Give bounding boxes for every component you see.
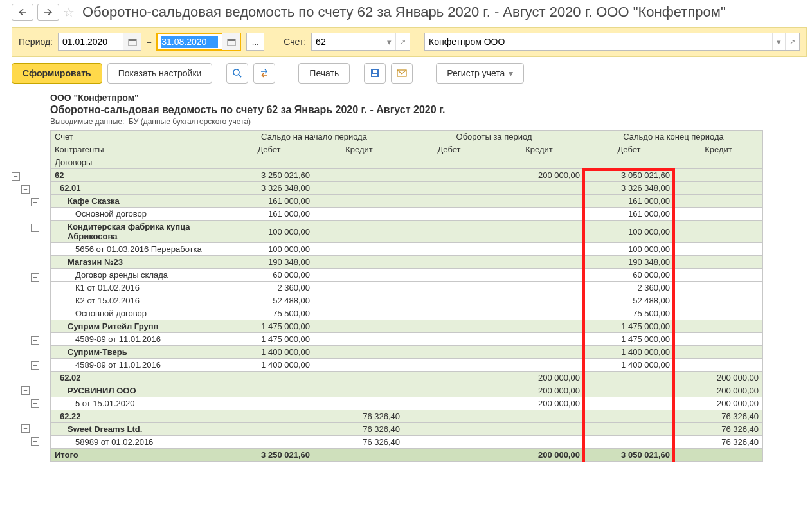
replace-button[interactable]: [253, 63, 275, 84]
date-to-input[interactable]: [158, 33, 222, 50]
save-button[interactable]: [364, 63, 386, 84]
table-row[interactable]: 62.2276 326,4076 326,40: [51, 410, 763, 423]
period-picker-button[interactable]: ...: [246, 33, 264, 51]
cell: [404, 410, 494, 423]
svg-rect-7: [372, 74, 377, 76]
find-button[interactable]: [226, 63, 248, 84]
cell: [404, 384, 494, 397]
date-from-input[interactable]: [59, 33, 123, 50]
collapse-toggle[interactable]: −: [31, 273, 39, 282]
cell: 3 250 021,60: [224, 169, 314, 182]
cell: [674, 333, 763, 346]
table-row[interactable]: 62.013 326 348,003 326 348,00: [51, 182, 763, 195]
cell: [584, 423, 674, 436]
table-row[interactable]: Кондитерская фабрика купца Абрикосова100…: [51, 221, 763, 243]
cell: 2 360,00: [584, 282, 674, 294]
table-row[interactable]: 4589-89 от 11.01.20161 475 000,001 475 0…: [51, 333, 763, 346]
table-row[interactable]: 5 от 15.01.2020200 000,00200 000,00: [51, 397, 763, 410]
hdr-contracts: Договоры: [51, 156, 224, 169]
table-row[interactable]: 62.02200 000,00200 000,00: [51, 372, 763, 384]
report-title: Оборотно-сальдовая ведомость по счету 62…: [50, 104, 807, 116]
titlebar: ☆ Оборотно-сальдовая ведомость по счету …: [0, 0, 812, 24]
table-row[interactable]: 623 250 021,60200 000,003 050 021,60: [51, 169, 763, 182]
date-from-calendar-button[interactable]: [123, 33, 141, 50]
cell: 3 050 021,60: [584, 449, 674, 462]
row-label: 62.01: [51, 182, 224, 195]
table-row[interactable]: Суприм Ритейл Групп1 475 000,001 475 000…: [51, 320, 763, 333]
cell: [674, 195, 763, 208]
date-to-calendar-button[interactable]: [222, 33, 240, 50]
page-title: Оборотно-сальдовая ведомость по счету 62…: [82, 4, 726, 21]
table-row[interactable]: К1 от 01.02.20162 360,002 360,00: [51, 282, 763, 294]
cell: [314, 359, 404, 372]
cell: [404, 449, 494, 462]
table-row[interactable]: Магазин №23190 348,00190 348,00: [51, 256, 763, 269]
table-row[interactable]: Основной договор75 500,0075 500,00: [51, 307, 763, 320]
table-row[interactable]: Sweet Dreams Ltd.76 326,4076 326,40: [51, 423, 763, 436]
calendar-icon: [227, 37, 236, 46]
table-row[interactable]: Итого3 250 021,60200 000,003 050 021,60: [51, 449, 763, 462]
collapse-toggle[interactable]: −: [31, 399, 39, 408]
account-select[interactable]: ▾ ↗: [311, 33, 410, 51]
chevron-down-icon[interactable]: ▾: [383, 33, 395, 50]
table-row[interactable]: Договор аренды склада60 000,0060 000,00: [51, 269, 763, 282]
collapse-toggle[interactable]: −: [21, 185, 30, 194]
cell: 100 000,00: [224, 243, 314, 256]
hdr-counterparty: Контрагенты: [51, 143, 224, 156]
print-button[interactable]: Печать: [298, 63, 350, 84]
date-from-box[interactable]: [58, 33, 141, 51]
cell: [494, 294, 584, 307]
cell: [404, 282, 494, 294]
generate-button[interactable]: Сформировать: [12, 63, 102, 84]
account-input[interactable]: [312, 33, 383, 50]
collapse-toggle[interactable]: −: [31, 437, 39, 446]
collapse-toggle[interactable]: −: [31, 336, 39, 345]
cell: 200 000,00: [674, 397, 763, 410]
table-row[interactable]: 58989 от 01.02.201676 326,4076 326,40: [51, 436, 763, 449]
collapse-toggle[interactable]: −: [31, 224, 39, 232]
chevron-down-icon[interactable]: ▾: [772, 33, 785, 50]
collapse-toggle[interactable]: −: [31, 198, 39, 206]
row-label: Кафе Сказка: [51, 195, 224, 208]
table-row[interactable]: Кафе Сказка161 000,00161 000,00: [51, 195, 763, 208]
cell: [494, 423, 584, 436]
collapse-toggle[interactable]: −: [21, 386, 30, 395]
cell: [584, 397, 674, 410]
org-input[interactable]: [425, 33, 772, 50]
back-button[interactable]: [12, 4, 33, 21]
cell: [674, 169, 763, 182]
cell: 1 400 000,00: [224, 346, 314, 359]
cell: 200 000,00: [674, 372, 763, 384]
show-settings-button[interactable]: Показать настройки: [107, 63, 213, 84]
table-row[interactable]: 5656 от 01.03.2016 Переработка100 000,00…: [51, 243, 763, 256]
open-external-icon[interactable]: ↗: [785, 33, 799, 50]
star-icon[interactable]: ☆: [63, 4, 75, 20]
cell: 161 000,00: [224, 195, 314, 208]
row-label: Основной договор: [51, 307, 224, 320]
collapse-toggle[interactable]: −: [31, 361, 39, 370]
table-row[interactable]: К2 от 15.02.201652 488,0052 488,00: [51, 294, 763, 307]
cell: [404, 208, 494, 221]
org-select[interactable]: ▾ ↗: [424, 33, 800, 51]
open-external-icon[interactable]: ↗: [395, 33, 410, 50]
report: ООО "Конфетпром" Оборотно-сальдовая ведо…: [12, 93, 807, 462]
collapse-toggle[interactable]: −: [12, 172, 20, 181]
cell: 76 326,40: [314, 436, 404, 449]
cell: 190 348,00: [224, 256, 314, 269]
registry-label: Регистр учета: [447, 68, 505, 78]
table-row[interactable]: Основной договор161 000,00161 000,00: [51, 208, 763, 221]
cell: [674, 359, 763, 372]
date-to-box[interactable]: [156, 33, 241, 51]
collapse-toggle[interactable]: −: [21, 424, 30, 433]
table-row[interactable]: Суприм-Тверь1 400 000,001 400 000,00: [51, 346, 763, 359]
email-button[interactable]: [391, 63, 413, 84]
table-row[interactable]: РУСВИНИЛ ООО200 000,00200 000,00: [51, 384, 763, 397]
cell: [404, 397, 494, 410]
cell: [224, 423, 314, 436]
forward-button[interactable]: [37, 4, 59, 21]
registry-button[interactable]: Регистр учета ▾: [436, 63, 524, 84]
row-label: Суприм Ритейл Групп: [51, 320, 224, 333]
cell: 1 400 000,00: [584, 359, 674, 372]
cell: 76 326,40: [674, 436, 763, 449]
table-row[interactable]: 4589-89 от 11.01.20161 400 000,001 400 0…: [51, 359, 763, 372]
